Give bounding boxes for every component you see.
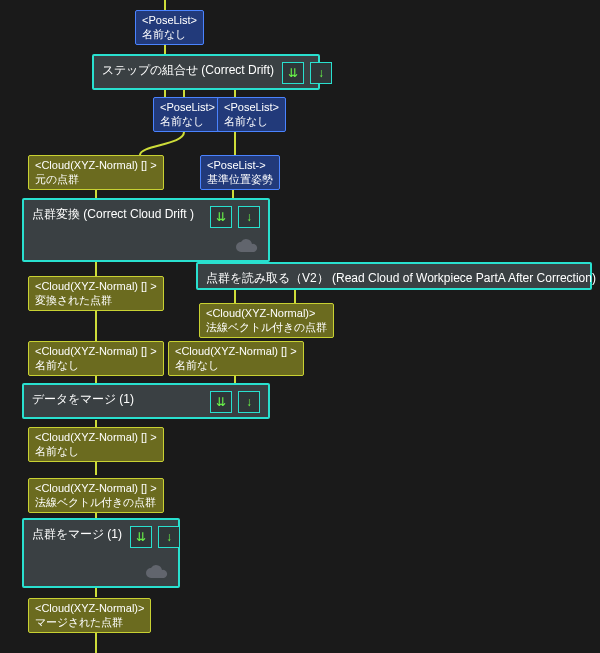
- node-read-cloud-v2[interactable]: 点群を読み取る（V2） (Read Cloud of Workpiece Par…: [196, 262, 592, 290]
- port-type: <Cloud(XYZ-Normal) [] >: [35, 481, 157, 495]
- port-cloud-normal-out[interactable]: <Cloud(XYZ-Normal)> 法線ベクトル付きの点群: [199, 303, 334, 338]
- port-cloud-transformed[interactable]: <Cloud(XYZ-Normal) [] > 変換された点群: [28, 276, 164, 311]
- collapse-button[interactable]: ↓: [238, 391, 260, 413]
- port-cloud-original[interactable]: <Cloud(XYZ-Normal) [] > 元の点群: [28, 155, 164, 190]
- collapse-button[interactable]: ↓: [310, 62, 332, 84]
- port-label: 法線ベクトル付きの点群: [35, 495, 157, 509]
- expand-icon: ⇊: [216, 395, 226, 409]
- node-merge-data[interactable]: データをマージ (1) ⇊ ↓: [22, 383, 270, 419]
- port-label: 元の点群: [35, 172, 157, 186]
- port-type: <Cloud(XYZ-Normal) [] >: [175, 344, 297, 358]
- port-label: 基準位置姿勢: [207, 172, 273, 186]
- port-type: <Cloud(XYZ-Normal) [] >: [35, 158, 157, 172]
- expand-icon: ⇊: [216, 210, 226, 224]
- port-type: <PoseList->: [207, 158, 273, 172]
- port-label: 名前なし: [35, 444, 157, 458]
- port-label: 名前なし: [224, 114, 279, 128]
- expand-button[interactable]: ⇊: [130, 526, 152, 548]
- port-poselist-out-b[interactable]: <PoseList> 名前なし: [217, 97, 286, 132]
- cloud-glyph-icon: [234, 238, 258, 254]
- port-type: <Cloud(XYZ-Normal)>: [35, 601, 144, 615]
- port-label: 名前なし: [160, 114, 215, 128]
- down-icon: ↓: [246, 395, 252, 409]
- expand-button[interactable]: ⇊: [282, 62, 304, 84]
- port-mergecloud-in[interactable]: <Cloud(XYZ-Normal) [] > 法線ベクトル付きの点群: [28, 478, 164, 513]
- expand-button[interactable]: ⇊: [210, 391, 232, 413]
- port-label: 変換された点群: [35, 293, 157, 307]
- down-icon: ↓: [166, 530, 172, 544]
- port-type: <Cloud(XYZ-Normal) [] >: [35, 430, 157, 444]
- collapse-button[interactable]: ↓: [238, 206, 260, 228]
- node-cloud-transform[interactable]: 点群変換 (Correct Cloud Drift ) ⇊ ↓: [22, 198, 270, 262]
- port-type: <PoseList>: [160, 100, 215, 114]
- port-label: 法線ベクトル付きの点群: [206, 320, 327, 334]
- node-title: ステップの組合せ (Correct Drift): [102, 62, 282, 79]
- port-merge-in-b[interactable]: <Cloud(XYZ-Normal) [] > 名前なし: [168, 341, 304, 376]
- port-type: <PoseList>: [224, 100, 279, 114]
- node-title: 点群をマージ (1): [32, 526, 130, 543]
- expand-button[interactable]: ⇊: [210, 206, 232, 228]
- port-poselist-refpose[interactable]: <PoseList-> 基準位置姿勢: [200, 155, 280, 190]
- node-step-combination[interactable]: ステップの組合せ (Correct Drift) ⇊ ↓: [92, 54, 320, 90]
- port-label: マージされた点群: [35, 615, 144, 629]
- expand-icon: ⇊: [288, 66, 298, 80]
- node-graph-canvas[interactable]: <PoseList> 名前なし ステップの組合せ (Correct Drift)…: [0, 0, 600, 653]
- node-title: 点群を読み取る（V2） (Read Cloud of Workpiece Par…: [206, 270, 600, 287]
- port-type: <Cloud(XYZ-Normal) [] >: [35, 344, 157, 358]
- port-label: 名前なし: [175, 358, 297, 372]
- port-poselist-out-a[interactable]: <PoseList> 名前なし: [153, 97, 222, 132]
- port-type: <Cloud(XYZ-Normal)>: [206, 306, 327, 320]
- node-title: データをマージ (1): [32, 391, 210, 408]
- port-merge-in-a[interactable]: <Cloud(XYZ-Normal) [] > 名前なし: [28, 341, 164, 376]
- port-poselist-in-top[interactable]: <PoseList> 名前なし: [135, 10, 204, 45]
- node-title: 点群変換 (Correct Cloud Drift ): [32, 206, 210, 223]
- collapse-button[interactable]: ↓: [158, 526, 180, 548]
- port-type: <Cloud(XYZ-Normal) [] >: [35, 279, 157, 293]
- port-label: 名前なし: [35, 358, 157, 372]
- port-merged-cloud-out[interactable]: <Cloud(XYZ-Normal)> マージされた点群: [28, 598, 151, 633]
- cloud-glyph-icon: [144, 564, 168, 580]
- port-merge-out[interactable]: <Cloud(XYZ-Normal) [] > 名前なし: [28, 427, 164, 462]
- port-type: <PoseList>: [142, 13, 197, 27]
- expand-icon: ⇊: [136, 530, 146, 544]
- node-merge-cloud[interactable]: 点群をマージ (1) ⇊ ↓: [22, 518, 180, 588]
- down-icon: ↓: [246, 210, 252, 224]
- port-label: 名前なし: [142, 27, 197, 41]
- down-icon: ↓: [318, 66, 324, 80]
